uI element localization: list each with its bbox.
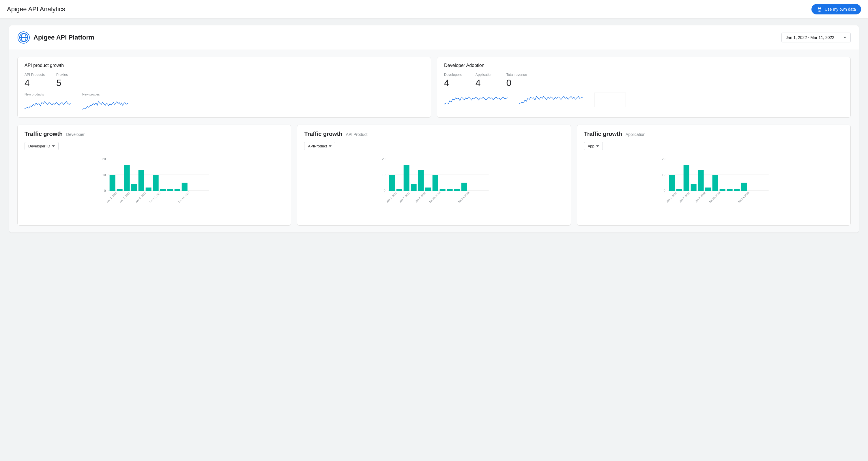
svg-rect-15	[153, 175, 159, 191]
topbar: Apigee API Analytics Use my own data	[0, 0, 868, 19]
svg-rect-12	[131, 184, 137, 191]
developer-adoption-stats: Developers 4 Application 4 Total revenue…	[444, 73, 843, 88]
api-product-growth-title: API product growth	[25, 63, 424, 68]
api-products-stat: API Products 4	[25, 73, 45, 88]
svg-rect-31	[389, 175, 395, 191]
svg-text:Jan 7, 2022: Jan 7, 2022	[399, 191, 410, 203]
database-icon	[817, 6, 823, 12]
traffic-application-title: Traffic growth	[584, 131, 622, 137]
svg-rect-56	[690, 184, 696, 191]
total-revenue-stat: Total revenue 0	[506, 73, 527, 88]
traffic-row: Traffic growth Developer Developer ID	[17, 125, 851, 225]
traffic-application-card: Traffic growth Application App 20	[577, 125, 851, 225]
svg-rect-61	[726, 189, 733, 191]
dashboard-body: API product growth API Products 4 Proxie…	[9, 50, 859, 233]
svg-text:Jan 1, 2022: Jan 1, 2022	[386, 191, 397, 203]
svg-text:Jan 1, 2022: Jan 1, 2022	[106, 191, 118, 203]
svg-rect-14	[146, 187, 152, 191]
svg-text:Jan 12, 2022: Jan 12, 2022	[708, 191, 721, 204]
svg-rect-35	[418, 170, 424, 191]
svg-rect-37	[433, 175, 438, 191]
svg-rect-41	[461, 183, 467, 191]
svg-rect-60	[719, 189, 725, 191]
svg-text:Jan 9, 2022: Jan 9, 2022	[694, 191, 706, 203]
svg-rect-10	[117, 189, 123, 191]
new-proxies-sparkline-label: New proxies	[82, 93, 128, 96]
svg-text:20: 20	[102, 157, 105, 161]
proxies-label: Proxies	[56, 73, 68, 77]
traffic-application-subtitle: Application	[626, 132, 646, 137]
traffic-developer-header: Traffic growth Developer	[25, 131, 284, 137]
developer-id-dropdown[interactable]: Developer ID	[25, 142, 59, 150]
svg-rect-36	[425, 187, 431, 191]
application-label: Application	[475, 73, 493, 77]
svg-text:20: 20	[382, 157, 385, 161]
date-range-select[interactable]: Jan 1, 2022 - Mar 11, 2022	[781, 33, 851, 42]
svg-rect-34	[411, 184, 417, 191]
svg-rect-13	[138, 170, 144, 191]
svg-text:Jan 7, 2022: Jan 7, 2022	[119, 191, 130, 203]
application-value: 4	[475, 78, 493, 88]
platform-title: Apigee API Platform	[33, 34, 94, 41]
svg-rect-18	[175, 189, 180, 191]
svg-rect-57	[698, 170, 704, 191]
api-products-value: 4	[25, 78, 45, 88]
developers-label: Developers	[444, 73, 462, 77]
new-products-sparkline-label: New products	[25, 93, 71, 96]
svg-text:Jan 12, 2022: Jan 12, 2022	[429, 191, 441, 204]
traffic-application-chart: 20 10 0	[584, 156, 843, 219]
apiproduct-label: APIProduct	[308, 144, 327, 148]
new-proxies-sparkline-chart	[82, 97, 128, 112]
api-product-stats: API Products 4 Proxies 5	[25, 73, 424, 88]
svg-text:10: 10	[662, 173, 665, 177]
developer-sparkline-row	[444, 93, 843, 107]
svg-text:0: 0	[384, 189, 385, 192]
date-range-chevron-icon	[843, 37, 846, 38]
apigee-logo-icon	[17, 31, 30, 44]
traffic-apiproduct-subtitle: API Product	[346, 132, 368, 137]
svg-rect-11	[124, 165, 130, 191]
app-label: App	[588, 144, 594, 148]
metrics-row: API product growth API Products 4 Proxie…	[17, 57, 851, 118]
svg-text:Jan 9, 2022: Jan 9, 2022	[135, 191, 146, 203]
traffic-developer-title: Traffic growth	[25, 131, 63, 137]
developers-value: 4	[444, 78, 462, 88]
use-own-data-button[interactable]: Use my own data	[811, 4, 861, 14]
traffic-apiproduct-chart: 20 10 0	[304, 156, 564, 219]
apiproduct-dropdown[interactable]: APIProduct	[304, 142, 335, 150]
traffic-developer-subtitle: Developer	[66, 132, 85, 137]
svg-text:Jan 7, 2022: Jan 7, 2022	[678, 191, 690, 203]
svg-text:10: 10	[102, 173, 105, 177]
svg-text:0: 0	[104, 189, 106, 192]
traffic-developer-svg: 20 10 0	[25, 156, 284, 219]
use-own-data-label: Use my own data	[825, 7, 856, 11]
dashboard-card: Apigee API Platform Jan 1, 2022 - Mar 11…	[9, 25, 859, 233]
revenue-sparkline	[594, 93, 626, 107]
traffic-apiproduct-svg: 20 10 0	[304, 156, 564, 219]
app-dropdown-chevron-icon	[596, 145, 599, 147]
total-revenue-value: 0	[506, 78, 527, 88]
svg-rect-33	[404, 165, 409, 191]
svg-rect-58	[705, 187, 711, 191]
svg-rect-16	[160, 189, 166, 191]
svg-text:Jan 14, 2022: Jan 14, 2022	[178, 191, 190, 204]
svg-rect-19	[182, 183, 188, 191]
application-sparkline-chart	[519, 93, 583, 107]
svg-rect-54	[676, 189, 682, 191]
developer-dropdown-chevron-icon	[52, 145, 55, 147]
apiproduct-dropdown-chevron-icon	[329, 145, 332, 147]
traffic-developer-card: Traffic growth Developer Developer ID	[17, 125, 291, 225]
date-range-value: Jan 1, 2022 - Mar 11, 2022	[786, 35, 834, 40]
traffic-apiproduct-header: Traffic growth API Product	[304, 131, 564, 137]
developers-sparkline	[444, 93, 507, 107]
svg-text:Jan 12, 2022: Jan 12, 2022	[149, 191, 162, 204]
traffic-apiproduct-card: Traffic growth API Product APIProduct 20	[297, 125, 571, 225]
application-stat: Application 4	[475, 73, 493, 88]
total-revenue-label: Total revenue	[506, 73, 527, 77]
app-dropdown[interactable]: App	[584, 142, 603, 150]
main-content: Apigee API Platform Jan 1, 2022 - Mar 11…	[0, 19, 868, 240]
svg-rect-62	[734, 189, 740, 191]
svg-rect-59	[712, 175, 718, 191]
new-products-sparkline: New products	[25, 93, 71, 112]
developers-stat: Developers 4	[444, 73, 462, 88]
